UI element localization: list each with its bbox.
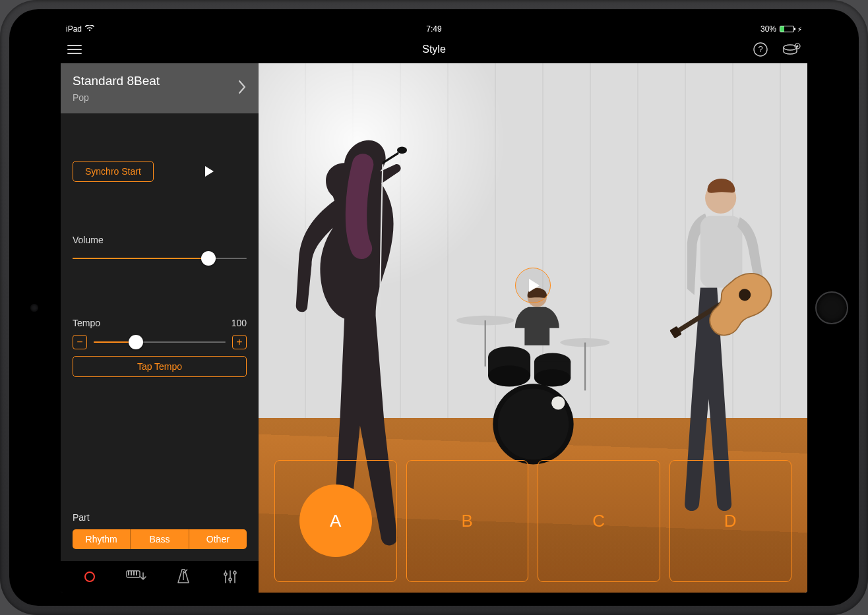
style-name: Standard 8Beat <box>73 74 160 88</box>
svg-point-26 <box>488 366 530 387</box>
style-picker[interactable]: Standard 8Beat Pop <box>61 63 259 113</box>
tempo-decrement-button[interactable]: − <box>73 335 87 349</box>
svg-rect-9 <box>136 571 137 575</box>
stage-area: ABCD <box>259 63 807 593</box>
battery-icon <box>780 26 794 32</box>
svg-point-17 <box>233 571 236 574</box>
volume-slider[interactable] <box>73 252 247 265</box>
svg-point-4 <box>797 45 799 47</box>
tap-tempo-button[interactable]: Tap Tempo <box>73 356 247 377</box>
play-button[interactable] <box>205 166 214 177</box>
synchro-start-button[interactable]: Synchro Start <box>73 161 154 182</box>
left-panel: Standard 8Beat Pop Synchro Start <box>61 63 259 593</box>
svg-point-29 <box>534 369 570 386</box>
section-pad-label: C <box>592 511 605 531</box>
app-toolbar: Style ? <box>61 36 807 63</box>
charging-icon: ⚡︎ <box>797 26 802 33</box>
menu-button[interactable] <box>67 42 82 57</box>
toolbar-title: Style <box>422 44 446 55</box>
section-pad-label: A <box>330 511 341 531</box>
tempo-slider[interactable] <box>94 336 226 349</box>
tempo-value: 100 <box>232 318 247 328</box>
midi-download-button[interactable] <box>122 562 151 591</box>
device-home-button[interactable] <box>815 291 848 324</box>
svg-point-16 <box>229 578 232 581</box>
panel-bottom-bar <box>61 561 259 593</box>
section-pad-c[interactable]: C <box>538 460 660 583</box>
metronome-button[interactable] <box>169 562 198 591</box>
tempo-label: Tempo <box>73 318 100 328</box>
section-pad-a[interactable]: A <box>274 460 397 583</box>
svg-rect-36 <box>700 216 743 287</box>
section-pads: ABCD <box>274 460 791 583</box>
svg-rect-8 <box>133 571 135 575</box>
part-segment: Rhythm Bass Other <box>73 529 247 549</box>
svg-rect-34 <box>524 326 549 345</box>
section-pad-label: B <box>462 511 473 531</box>
svg-rect-7 <box>131 571 132 575</box>
part-bass-button[interactable]: Bass <box>130 529 188 549</box>
help-button[interactable]: ? <box>753 42 768 57</box>
svg-point-18 <box>397 147 407 154</box>
svg-point-15 <box>224 573 227 575</box>
wifi-icon <box>85 24 94 34</box>
section-pad-b[interactable]: B <box>406 460 529 583</box>
style-genre: Pop <box>73 92 160 103</box>
status-device-label: iPad <box>66 24 82 34</box>
device-camera <box>30 304 38 312</box>
tempo-increment-button[interactable]: + <box>232 335 247 349</box>
section-pad-label: D <box>724 511 737 531</box>
part-label: Part <box>73 512 90 523</box>
record-button[interactable] <box>75 562 104 591</box>
status-time: 7:49 <box>426 24 441 34</box>
drum-settings-button[interactable] <box>782 42 801 57</box>
svg-point-32 <box>551 396 565 409</box>
volume-label: Volume <box>73 235 104 245</box>
chevron-right-icon <box>237 78 247 99</box>
status-battery-pct: 30% <box>760 24 776 34</box>
svg-text:?: ? <box>758 44 762 54</box>
mixer-button[interactable] <box>216 562 245 591</box>
section-pad-d[interactable]: D <box>669 460 792 583</box>
part-other-button[interactable]: Other <box>189 529 247 549</box>
status-bar: iPad 7:49 30% ⚡︎ <box>61 22 807 36</box>
part-rhythm-button[interactable]: Rhythm <box>73 529 130 549</box>
stage-play-button[interactable] <box>515 268 551 303</box>
svg-rect-6 <box>128 571 129 575</box>
